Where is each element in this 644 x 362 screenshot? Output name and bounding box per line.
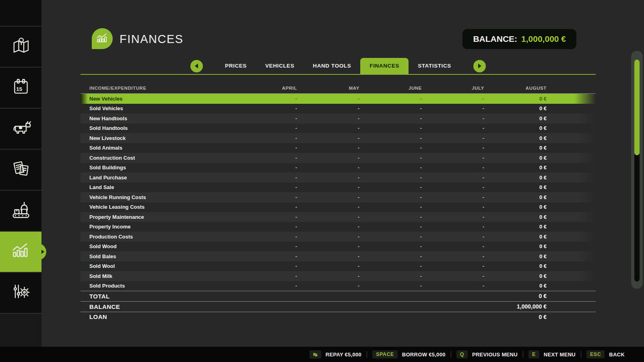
tabs: PRICESVEHICLESHAND TOOLSFINANCESSTATISTI… bbox=[216, 58, 460, 74]
empty-amount-cell: - bbox=[235, 214, 297, 220]
empty-amount-cell: - bbox=[359, 105, 422, 111]
empty-amount-cell: - bbox=[422, 253, 484, 259]
sidebar-item-finances[interactable] bbox=[0, 232, 41, 273]
row-label: Sold Milk bbox=[80, 273, 235, 279]
scrollbar-track[interactable] bbox=[631, 51, 643, 289]
sidebar-item-settings[interactable] bbox=[0, 273, 41, 314]
empty-amount-cell: - bbox=[297, 105, 359, 111]
empty-amount-cell: - bbox=[422, 115, 484, 121]
row-label: Property Income bbox=[80, 224, 235, 230]
tab-statistics[interactable]: STATISTICS bbox=[409, 58, 460, 74]
sidebar-item-map[interactable] bbox=[0, 27, 41, 68]
balance-row-value: 1,000,000 € bbox=[484, 303, 547, 310]
esc-key[interactable]: ESC bbox=[586, 350, 605, 358]
empty-amount-cell: - bbox=[422, 105, 484, 111]
tab-hand-tools[interactable]: HAND TOOLS bbox=[303, 58, 360, 74]
hint-back: ESCBACK bbox=[586, 350, 625, 358]
table-row-sold-bales[interactable]: Sold Bales ----0 € bbox=[80, 251, 596, 261]
row-label: Land Purchase bbox=[80, 175, 235, 181]
empty-amount-cell: - bbox=[235, 135, 297, 141]
arrow-right-icon bbox=[478, 64, 481, 68]
empty-amount-cell: - bbox=[422, 145, 484, 151]
table-row-construction-cost[interactable]: Construction Cost ----0 € bbox=[80, 153, 596, 163]
total-label: TOTAL bbox=[80, 293, 235, 300]
e-key[interactable]: E bbox=[528, 350, 539, 358]
table-row-production-costs[interactable]: Production Costs ----0 € bbox=[80, 232, 596, 242]
row-label: Sold Bales bbox=[80, 253, 235, 259]
tabs-next-arrow-button[interactable] bbox=[473, 60, 486, 72]
tab-key[interactable]: ↹ bbox=[310, 350, 321, 359]
hint-label: PREVIOUS MENU bbox=[472, 352, 518, 358]
table-row-new-handtools[interactable]: New Handtools ----0 € bbox=[80, 113, 596, 123]
empty-amount-cell: - bbox=[422, 214, 484, 220]
empty-amount-cell: - bbox=[422, 165, 484, 171]
empty-amount-cell: - bbox=[359, 135, 422, 141]
arrow-left-icon bbox=[195, 64, 198, 68]
finances-screen: { "header": { "title": "FINANCES", "bala… bbox=[0, 0, 644, 362]
table-row-property-income[interactable]: Property Income ----0 € bbox=[80, 222, 596, 232]
empty-amount-cell: - bbox=[235, 175, 297, 181]
month-header-july: JULY bbox=[422, 86, 484, 90]
hint-divider bbox=[367, 351, 367, 358]
table-row-new-vehicles[interactable]: New Vehicles ----0 € bbox=[80, 94, 596, 104]
table-row-land-sale[interactable]: Land Sale ----0 € bbox=[80, 183, 596, 193]
table-row-sold-milk[interactable]: Sold Milk ----0 € bbox=[80, 271, 596, 281]
hint-label: BORROW €5,000 bbox=[402, 352, 446, 358]
empty-amount-cell: - bbox=[297, 243, 359, 249]
empty-amount-cell: - bbox=[359, 283, 422, 289]
tabs-previous-arrow-button[interactable] bbox=[190, 60, 203, 72]
empty-amount-cell: - bbox=[297, 96, 359, 102]
table-row-sold-vehicles[interactable]: Sold Vehicles ----0 € bbox=[80, 104, 596, 114]
table-row-sold-wool[interactable]: Sold Wool ----0 € bbox=[80, 261, 596, 272]
empty-amount-cell: - bbox=[422, 283, 484, 289]
hint-previous-menu: QPREVIOUS MENU bbox=[456, 350, 518, 358]
empty-amount-cell: - bbox=[297, 115, 359, 121]
row-label: Production Costs bbox=[80, 234, 235, 240]
tab-prices[interactable]: PRICES bbox=[216, 58, 256, 74]
empty-amount-cell: - bbox=[422, 155, 484, 161]
empty-amount-cell: - bbox=[235, 115, 297, 121]
empty-amount-cell: - bbox=[359, 96, 422, 102]
empty-amount-cell: - bbox=[297, 194, 359, 200]
hint-borrow-5-000: SPACEBORROW €5,000 bbox=[372, 350, 446, 358]
table-row-sold-handtools[interactable]: Sold Handtools ----0 € bbox=[80, 123, 596, 134]
balance-badge: BALANCE: 1,000,000 € bbox=[462, 29, 576, 49]
empty-amount-cell: - bbox=[422, 135, 484, 141]
amount-cell: 0 € bbox=[484, 204, 547, 210]
amount-cell: 0 € bbox=[484, 234, 547, 240]
empty-amount-cell: - bbox=[359, 145, 422, 151]
tab-vehicles[interactable]: VEHICLES bbox=[256, 58, 303, 74]
empty-amount-cell: - bbox=[297, 263, 359, 269]
sidebar-top-spacer bbox=[0, 0, 41, 27]
total-value: 0 € bbox=[484, 293, 547, 299]
month-header-june: JUNE bbox=[359, 86, 422, 90]
sidebar-item-production[interactable] bbox=[0, 191, 41, 232]
calendar-icon: 15 bbox=[11, 77, 31, 99]
row-label: Sold Wool bbox=[80, 263, 235, 269]
space-key[interactable]: SPACE bbox=[372, 350, 398, 358]
table-row-land-purchase[interactable]: Land Purchase ----0 € bbox=[80, 173, 596, 183]
hint-label: BACK bbox=[609, 352, 625, 358]
table-row-vehicle-running-costs[interactable]: Vehicle Running Costs ----0 € bbox=[80, 192, 596, 202]
sidebar-item-contracts[interactable] bbox=[0, 150, 41, 191]
table-row-sold-animals[interactable]: Sold Animals ----0 € bbox=[80, 143, 596, 153]
empty-amount-cell: - bbox=[422, 175, 484, 181]
table-row-sold-wood[interactable]: Sold Wood ----0 € bbox=[80, 242, 596, 252]
sidebar-item-animals[interactable] bbox=[0, 109, 41, 150]
sidebar-item-calendar[interactable]: 15 bbox=[0, 68, 41, 109]
row-label: Sold Wood bbox=[80, 243, 235, 249]
table-row-new-livestock[interactable]: New Livestock ----0 € bbox=[80, 133, 596, 143]
table-row-vehicle-leasing-costs[interactable]: Vehicle Leasing Costs ----0 € bbox=[80, 202, 596, 212]
amount-cell: 0 € bbox=[484, 224, 547, 230]
empty-amount-cell: - bbox=[297, 145, 359, 151]
scrollbar-thumb[interactable] bbox=[634, 60, 640, 155]
table-row-property-maintenance[interactable]: Property Maintenance ----0 € bbox=[80, 212, 596, 222]
amount-cell: 0 € bbox=[484, 105, 547, 111]
q-key[interactable]: Q bbox=[456, 350, 468, 358]
table-row-sold-buildings[interactable]: Sold Buildings ----0 € bbox=[80, 163, 596, 173]
empty-amount-cell: - bbox=[235, 105, 297, 111]
table-row-sold-products[interactable]: Sold Products ----0 € bbox=[80, 281, 596, 291]
empty-amount-cell: - bbox=[297, 253, 359, 259]
table-header-row: INCOME/EXPENDITURE APRILMAYJUNEJULYAUGUS… bbox=[80, 82, 596, 94]
tab-finances[interactable]: FINANCES bbox=[360, 58, 409, 74]
